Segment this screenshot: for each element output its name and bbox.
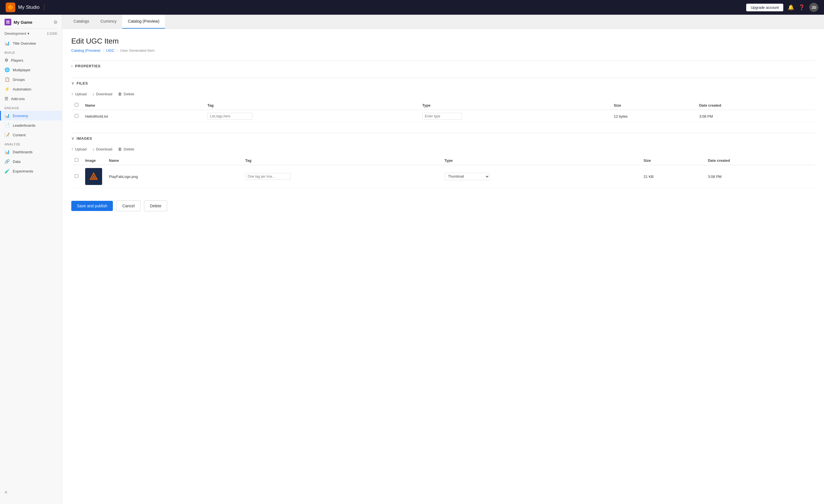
content-area: Catalogs Currency Catalog (Preview) Edit… xyxy=(62,15,824,504)
footer-actions: Save and publish Cancel Delete xyxy=(71,201,815,217)
file-row-checkbox-cell xyxy=(71,110,82,123)
images-download-icon: ↓ xyxy=(92,147,94,151)
notification-icon[interactable]: 🔔 xyxy=(788,4,794,10)
sidebar-item-leaderboards[interactable]: 📄 Leaderboards xyxy=(0,120,62,130)
upgrade-button[interactable]: Upgrade account xyxy=(746,4,783,11)
file-row-checkbox[interactable] xyxy=(75,114,78,118)
sidebar-item-multiplayer[interactable]: 🌐 Multiplayer xyxy=(0,65,62,75)
image-type-cell: Thumbnail Icon Banner Screenshot xyxy=(441,165,640,188)
files-tag-header: Tag xyxy=(204,101,419,110)
main-layout: My Game ⚙ Development ▾ 1/100K 📊 Title O… xyxy=(0,15,824,504)
sidebar-collapse-button[interactable]: « xyxy=(0,486,62,498)
env-badge: 1/100K xyxy=(47,32,58,36)
images-delete-label: Delete xyxy=(124,147,134,151)
chart-icon: 📊 xyxy=(5,41,10,46)
svg-rect-2 xyxy=(6,22,8,23)
image-type-select[interactable]: Thumbnail Icon Banner Screenshot xyxy=(444,173,490,180)
cancel-button[interactable]: Cancel xyxy=(116,201,140,211)
images-upload-button[interactable]: ↑ Upload xyxy=(71,147,87,151)
avatar[interactable]: JD xyxy=(809,3,818,12)
image-tag-input[interactable] xyxy=(245,173,291,180)
files-section-header[interactable]: ∨ FILES xyxy=(71,78,815,88)
delete-button[interactable]: Delete xyxy=(144,201,167,211)
chevron-down-icon[interactable]: ▾ xyxy=(27,31,29,36)
game-name: My Game xyxy=(14,20,32,25)
files-size-header: Size xyxy=(610,101,696,110)
sidebar: My Game ⚙ Development ▾ 1/100K 📊 Title O… xyxy=(0,15,62,504)
players-icon: ⚙ xyxy=(5,58,8,63)
breadcrumb-catalog-preview[interactable]: Catalog (Preview) xyxy=(71,48,100,53)
nav-actions: Upgrade account 🔔 ❓ JD xyxy=(746,3,818,12)
sidebar-item-dashboards[interactable]: 📊 Dashboards xyxy=(0,147,62,157)
logo-area: 🔶 My Studio xyxy=(6,3,39,12)
images-select-all-checkbox[interactable] xyxy=(75,158,78,162)
multiplayer-icon: 🌐 xyxy=(5,67,10,72)
groups-label: Groups xyxy=(13,78,25,82)
top-navigation: 🔶 My Studio Upgrade account 🔔 ❓ JD xyxy=(0,0,824,15)
images-download-button[interactable]: ↓ Download xyxy=(92,147,112,151)
images-download-label: Download xyxy=(96,147,112,151)
content-icon: 📝 xyxy=(5,132,10,137)
build-section-label: BUILD xyxy=(0,48,62,56)
help-icon[interactable]: ❓ xyxy=(799,4,805,10)
files-delete-icon: 🗑 xyxy=(118,92,122,96)
leaderboards-icon: 📄 xyxy=(5,123,10,128)
sidebar-item-groups[interactable]: 📋 Groups xyxy=(0,75,62,84)
sidebar-item-experiments[interactable]: 🧪 Experiments xyxy=(0,166,62,176)
files-date-header: Date created xyxy=(696,101,815,110)
images-table: Image Name Tag Type Size Date created xyxy=(71,156,815,188)
files-delete-button[interactable]: 🗑 Delete xyxy=(118,92,134,96)
sidebar-item-players[interactable]: ⚙ Players xyxy=(0,56,62,65)
file-size-cell: 12 bytes xyxy=(610,110,696,123)
images-delete-button[interactable]: 🗑 Delete xyxy=(118,147,134,151)
images-delete-icon: 🗑 xyxy=(118,147,122,151)
sidebar-item-economy[interactable]: 📊 Economy xyxy=(0,111,62,120)
file-tag-input[interactable] xyxy=(207,113,252,120)
sidebar-item-addons[interactable]: ☰ Add-ons xyxy=(0,94,62,104)
content-label: Content xyxy=(13,133,26,137)
images-upload-icon: ↑ xyxy=(71,147,73,151)
files-table: Name Tag Type Size Date created xyxy=(71,101,815,123)
images-date-header: Date created xyxy=(704,156,815,165)
image-thumbnail xyxy=(85,168,102,185)
page-title: Edit UGC Item xyxy=(71,37,815,45)
leaderboards-label: Leaderboards xyxy=(13,123,35,127)
files-toolbar: ↑ Upload ↓ Download 🗑 Delete xyxy=(71,92,815,96)
save-publish-button[interactable]: Save and publish xyxy=(71,201,113,211)
tab-catalog-preview[interactable]: Catalog (Preview) xyxy=(122,15,165,28)
images-select-all-header xyxy=(71,156,82,165)
file-type-input[interactable] xyxy=(422,113,462,120)
tab-bar: Catalogs Currency Catalog (Preview) xyxy=(62,15,824,29)
tab-currency-label: Currency xyxy=(100,19,116,23)
properties-section-header[interactable]: › PROPERTIES xyxy=(71,61,815,71)
settings-icon[interactable]: ⚙ xyxy=(54,19,58,25)
upload-icon: ↑ xyxy=(71,92,73,96)
file-date-cell: 3:08 PM xyxy=(696,110,815,123)
files-upload-button[interactable]: ↑ Upload xyxy=(71,92,87,96)
files-select-all-checkbox[interactable] xyxy=(75,103,78,107)
svg-rect-3 xyxy=(8,22,9,23)
sidebar-item-title-overview[interactable]: 📊 Title Overview xyxy=(0,38,62,48)
tab-catalogs[interactable]: Catalogs xyxy=(68,15,95,28)
files-name-header: Name xyxy=(82,101,204,110)
sidebar-item-data[interactable]: 🔗 Data xyxy=(0,157,62,166)
download-icon: ↓ xyxy=(92,92,94,96)
file-name-cell: HelloWorld.txt xyxy=(82,110,204,123)
sidebar-item-content[interactable]: 📝 Content xyxy=(0,130,62,140)
breadcrumb-ugc[interactable]: UGC xyxy=(106,48,115,53)
properties-section: › PROPERTIES xyxy=(71,61,815,71)
tab-catalogs-label: Catalogs xyxy=(74,19,89,23)
image-row-checkbox[interactable] xyxy=(75,174,78,178)
sidebar-game-header: My Game ⚙ xyxy=(0,15,62,28)
file-tag-cell xyxy=(204,110,419,123)
engage-section-label: ENGAGE xyxy=(0,104,62,111)
images-section-header[interactable]: ∨ IMAGES xyxy=(71,133,815,143)
tab-currency[interactable]: Currency xyxy=(95,15,122,28)
svg-rect-0 xyxy=(6,21,8,22)
breadcrumb-sep-1: › xyxy=(103,48,104,53)
files-download-button[interactable]: ↓ Download xyxy=(92,92,112,96)
data-icon: 🔗 xyxy=(5,159,10,164)
images-size-header: Size xyxy=(640,156,704,165)
image-size-cell: 21 KB xyxy=(640,165,704,188)
sidebar-item-automation[interactable]: ⚡ Automation xyxy=(0,84,62,94)
